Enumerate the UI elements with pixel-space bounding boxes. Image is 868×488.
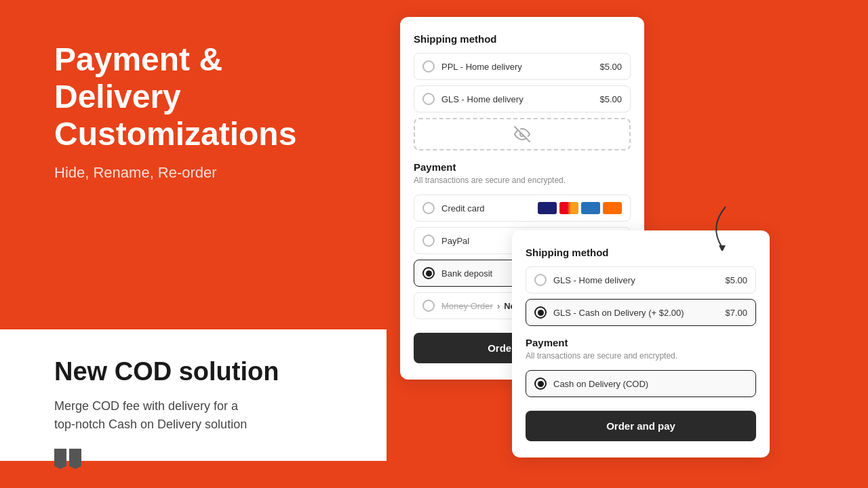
payment-sub-main: All transactions are secure and encrypte… [414, 176, 631, 185]
discover-icon [603, 202, 622, 214]
radio-bank-inner [426, 270, 432, 277]
rename-arrow: › [497, 301, 500, 311]
front-shipping-gls[interactable]: GLS - Home delivery $5.00 [526, 266, 756, 293]
left-panel: Payment & Delivery Customizations Hide, … [0, 0, 387, 488]
svg-marker-1 [719, 245, 726, 251]
radio-bank[interactable] [422, 267, 435, 279]
radio-front-cod-inner [538, 310, 544, 316]
paypal-label: PayPal [441, 236, 469, 246]
radio-front-payment-cod[interactable] [534, 378, 547, 390]
shipping-options-main: PPL - Home delivery $5.00 GLS - Home del… [414, 53, 631, 150]
radio-ppl[interactable] [422, 60, 435, 73]
shipping-options-front: GLS - Home delivery $5.00 GLS - Cash on … [526, 266, 756, 326]
hidden-option-row [414, 118, 631, 150]
shipping-option-ppl[interactable]: PPL - Home delivery $5.00 [414, 53, 631, 80]
radio-money[interactable] [422, 300, 435, 312]
visa-icon [538, 202, 557, 214]
front-gls-price: $5.00 [725, 275, 747, 285]
card-icons [538, 202, 622, 214]
cod-description: Merge COD fee with delivery for atop-not… [54, 397, 353, 434]
radio-front-payment-cod-inner [538, 381, 544, 387]
front-gls-label: GLS - Home delivery [553, 275, 635, 285]
front-shipping-cod[interactable]: GLS - Cash on Delivery (+ $2.00) $7.00 [526, 299, 756, 326]
cc-label: Credit card [441, 203, 485, 214]
radio-gls[interactable] [422, 93, 435, 105]
payment-option-cod-front[interactable]: Cash on Delivery (COD) [526, 370, 756, 397]
radio-cc[interactable] [422, 202, 435, 214]
front-cod-price: $7.00 [725, 308, 747, 318]
front-cod-label: GLS - Cash on Delivery (+ $2.00) [553, 308, 684, 318]
money-old-label: Money Order [441, 301, 493, 311]
payment-title-front: Payment [526, 337, 756, 348]
right-panel: Shipping method PPL - Home delivery $5.0… [387, 0, 868, 488]
bank-label: Bank deposit [441, 268, 492, 279]
payment-title-main: Payment [414, 161, 631, 173]
main-title: Payment & Delivery Customizations [54, 41, 353, 153]
logo-icon [54, 449, 81, 469]
cod-section: New COD solution Merge COD fee with deli… [0, 329, 387, 461]
radio-paypal[interactable] [422, 235, 435, 247]
logo-area [54, 449, 81, 469]
mastercard-icon [559, 202, 578, 214]
top-section: Payment & Delivery Customizations Hide, … [54, 41, 353, 329]
payment-option-cc[interactable]: Credit card [414, 195, 631, 222]
radio-front-gls[interactable] [534, 274, 547, 286]
ppl-label: PPL - Home delivery [441, 62, 522, 72]
ppl-price: $5.00 [599, 62, 622, 72]
curved-arrow-icon [705, 203, 739, 251]
subtitle: Hide, Rename, Re-order [54, 164, 353, 182]
amex-icon [581, 202, 600, 214]
gls-label: GLS - Home delivery [441, 94, 524, 104]
shipping-option-gls[interactable]: GLS - Home delivery $5.00 [414, 85, 631, 113]
cod-payment-label: Cash on Delivery (COD) [553, 379, 648, 389]
payment-section-front: Payment All transactions are secure and … [526, 337, 756, 397]
shipping-title-main: Shipping method [414, 33, 631, 45]
payment-sub-front: All transactions are secure and encrypte… [526, 351, 756, 361]
eye-slash-icon [514, 126, 530, 142]
card-front: Shipping method GLS - Home delivery $5.0… [512, 230, 770, 458]
radio-front-cod[interactable] [534, 306, 547, 319]
gls-price: $5.00 [599, 94, 622, 104]
order-pay-btn-front[interactable]: Order and pay [526, 411, 756, 441]
cod-title: New COD solution [54, 357, 353, 388]
